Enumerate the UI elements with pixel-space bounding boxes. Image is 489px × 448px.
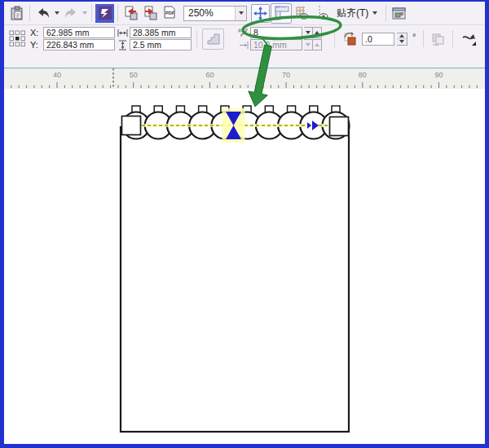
standard-toolbar: PDF 250% (4, 2, 485, 25)
mirror-icon (430, 32, 446, 46)
rotation-icon (341, 31, 358, 47)
rotation-angle-field[interactable]: .0 (362, 33, 394, 46)
drawing-canvas[interactable] (4, 89, 485, 444)
ruler-label: 50 (130, 71, 138, 79)
canvas-drawing (4, 89, 485, 444)
paste-icon (10, 6, 24, 21)
object-height-field[interactable]: 2.5 mm (130, 39, 192, 51)
blend-steps-spinner[interactable] (304, 27, 322, 38)
horizontal-ruler[interactable]: 405060708090 (4, 68, 485, 89)
import-icon (123, 6, 139, 20)
rulers-toggle-button[interactable] (271, 3, 292, 24)
blend-steps-field[interactable]: 8 (250, 27, 302, 38)
grid-toggle-button[interactable] (293, 4, 311, 23)
y-position-label: Y: (30, 40, 42, 50)
export-button[interactable] (141, 4, 160, 23)
zoom-level-combobox[interactable]: 250% (183, 6, 247, 21)
zoom-dropdown-button[interactable] (235, 7, 246, 20)
options-button[interactable] (390, 4, 408, 23)
guidelines-eye-icon (314, 5, 330, 21)
pdf-icon: PDF (162, 6, 178, 20)
separator (91, 5, 92, 22)
toolbar-spacer (4, 52, 485, 68)
y-position-field[interactable]: 226.843 mm (43, 39, 115, 51)
snap-to-dropdown[interactable]: 贴齐(T) (332, 7, 382, 20)
object-width-field[interactable]: 28.385 mm (130, 27, 192, 38)
separator (117, 5, 118, 22)
end-control-handle[interactable] (330, 117, 349, 136)
separator (196, 30, 197, 47)
x-position-label: X: (30, 28, 42, 37)
ruler-label: 40 (53, 71, 61, 79)
undo-dropdown[interactable] (53, 11, 60, 15)
import-button[interactable] (121, 4, 140, 23)
guidelines-toggle-button[interactable] (312, 4, 331, 23)
grid-eye-icon (294, 5, 311, 21)
redo-dropdown[interactable] (81, 11, 88, 15)
blend-spacing-icon (238, 42, 249, 49)
curve-arrow-icon (461, 31, 478, 47)
redo-icon (64, 7, 78, 20)
separator (385, 5, 386, 22)
blend-direction-button[interactable] (202, 29, 224, 50)
svg-text:PDF: PDF (165, 11, 175, 15)
object-height-icon (117, 40, 128, 51)
ruler-ticks: 405060708090 (4, 68, 485, 89)
app-window: PDF 250% (4, 2, 485, 444)
mirror-button[interactable] (429, 29, 447, 48)
rulers-icon (273, 5, 289, 21)
separator (29, 5, 30, 22)
options-window-icon (391, 7, 407, 20)
blend-property-bar: X: 62.985 mm Y: 226.843 mm 28.385 mm (4, 25, 485, 52)
origin-grid-icon (9, 30, 26, 47)
ruler-label: 90 (434, 71, 443, 79)
publish-pdf-button[interactable]: PDF (161, 4, 179, 23)
object-size-group: 28.385 mm 2.5 mm (117, 27, 192, 51)
object-position-group: X: 62.985 mm Y: 226.843 mm (30, 27, 115, 51)
ruler-label: 60 (205, 71, 214, 79)
snap-to-label: 贴齐(T) (337, 7, 368, 20)
undo-button[interactable] (33, 4, 52, 23)
separator (423, 30, 424, 47)
stairs-icon (206, 33, 221, 46)
start-control-handle[interactable] (122, 116, 141, 135)
path-properties-button[interactable] (460, 29, 478, 48)
export-icon (143, 6, 158, 20)
redo-button[interactable] (61, 4, 80, 23)
ruler-label: 70 (282, 71, 290, 79)
undo-icon (36, 7, 51, 20)
blend-steps-icon: # (238, 28, 249, 37)
app-launcher-icon (98, 6, 112, 20)
rotation-angle-spinner[interactable] (397, 33, 408, 46)
separator (334, 30, 335, 47)
blend-steps-group: # 8 10.0 mm (238, 27, 322, 51)
blend-spacing-field[interactable]: 10.0 mm (250, 39, 302, 51)
svg-text:#: # (238, 28, 241, 33)
chevron-down-icon (372, 11, 377, 15)
degree-symbol: ° (412, 32, 416, 42)
rectangle-object[interactable] (121, 127, 349, 432)
object-width-icon (117, 29, 128, 37)
x-position-field[interactable]: 62.985 mm (43, 27, 115, 38)
app-launcher-button[interactable] (95, 4, 114, 23)
zoom-level-value: 250% (184, 7, 235, 19)
pan-tool-button[interactable] (251, 4, 270, 23)
screenshot-frame: PDF 250% (0, 0, 489, 448)
ruler-label: 80 (359, 71, 367, 79)
blend-spacing-spinner[interactable] (304, 39, 322, 51)
paste-button[interactable] (7, 4, 26, 23)
pan-icon (253, 7, 267, 20)
separator (452, 30, 453, 47)
object-origin-button[interactable] (7, 29, 28, 48)
